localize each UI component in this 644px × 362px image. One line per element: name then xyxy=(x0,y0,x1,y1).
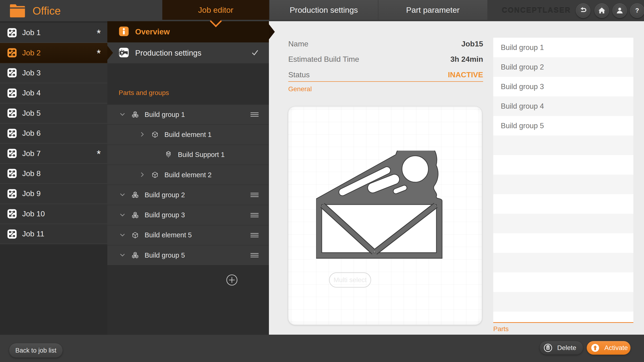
parts-list-empty-row[interactable] xyxy=(493,253,634,273)
job-label: Job 9 xyxy=(22,189,107,198)
parts-list-empty-row[interactable] xyxy=(493,273,634,292)
tab-production-settings[interactable]: Production settings xyxy=(107,42,269,64)
field-label: Status xyxy=(288,70,448,79)
sidebar-item-job-11[interactable]: Job 11 xyxy=(0,224,107,244)
overview-content: Name Job15 Estimated Build Time 3h 24min… xyxy=(269,21,644,335)
build-element-icon xyxy=(130,231,140,240)
sidebar-item-job-10[interactable]: Job 10 xyxy=(0,204,107,224)
selected-section-arrow xyxy=(269,24,275,39)
tree-item-label: Build element 2 xyxy=(164,171,269,179)
sidebar-item-job-2[interactable]: Job 2* xyxy=(0,43,107,63)
help-button[interactable]: ? xyxy=(630,3,644,18)
parts-list-empty-row[interactable] xyxy=(493,312,634,322)
parts-list-item-build-group-1[interactable]: Build group 1 xyxy=(493,38,634,57)
tab-production-settings-top[interactable]: Production settings xyxy=(270,0,378,20)
activate-button[interactable]: Activate xyxy=(587,341,630,355)
field-estimated-build-time: Estimated Build Time 3h 24min xyxy=(288,52,483,67)
parts-list-empty-row[interactable] xyxy=(493,175,634,194)
chevron-right-icon[interactable] xyxy=(139,131,146,138)
chevron-down-icon[interactable] xyxy=(119,111,126,118)
chevron-down-icon[interactable] xyxy=(119,191,126,198)
job-icon xyxy=(7,229,17,239)
parts-list-empty-row[interactable] xyxy=(493,292,634,312)
sidebar-item-job-6[interactable]: Job 6 xyxy=(0,123,107,144)
job-icon xyxy=(7,148,17,158)
parts-list-empty-row[interactable] xyxy=(493,155,634,175)
field-label: Estimated Build Time xyxy=(288,55,450,64)
drag-handle-icon[interactable] xyxy=(250,212,259,218)
chevron-down-icon[interactable] xyxy=(119,212,126,219)
drag-handle-icon[interactable] xyxy=(250,232,259,238)
parts-tree: Build group 1Build element 1Build Suppor… xyxy=(107,105,269,265)
sidebar-item-job-8[interactable]: Job 8 xyxy=(0,164,107,184)
parts-list-item-build-group-5[interactable]: Build group 5 xyxy=(493,116,634,135)
parts-list-item-label: Build group 5 xyxy=(501,122,544,130)
parts-and-groups-label: Parts and groups xyxy=(119,89,169,97)
sidebar-item-job-3[interactable]: Job 3 xyxy=(0,63,107,83)
parts-list-empty-row[interactable] xyxy=(493,214,634,233)
tree-item-build-group-3[interactable]: Build group 3 xyxy=(107,205,269,225)
tab-job-editor-label: Job editor xyxy=(198,5,233,14)
job-list: Job 1*Job 2*Job 3Job 4Job 5Job 6Job 7*Jo… xyxy=(0,23,107,244)
chevron-right-icon[interactable] xyxy=(139,171,146,178)
drag-handle-icon[interactable] xyxy=(250,192,259,198)
multi-select-button[interactable]: Multi select xyxy=(329,273,371,288)
parts-list-empty-row[interactable] xyxy=(493,194,634,214)
general-section-label: General xyxy=(288,85,312,93)
tab-part-parameter[interactable]: Part parameter xyxy=(378,0,487,20)
tree-item-build-group-5[interactable]: Build group 5 xyxy=(107,245,269,265)
build-element-icon xyxy=(150,170,160,180)
brand-logo: CONCEPTLASER xyxy=(491,0,571,20)
field-name: Name Job15 xyxy=(288,36,483,51)
parts-list-item-build-group-3[interactable]: Build group 3 xyxy=(493,77,634,96)
tree-item-build-element-5[interactable]: Build element 5 xyxy=(107,225,269,245)
parts-list-item-build-group-2[interactable]: Build group 2 xyxy=(493,57,634,77)
parts-list-item-build-group-4[interactable]: Build group 4 xyxy=(493,96,634,116)
job-icon xyxy=(7,48,17,58)
sidebar-item-job-1[interactable]: Job 1* xyxy=(0,23,107,43)
tree-item-build-element-2[interactable]: Build element 2 xyxy=(107,165,269,185)
sidebar-item-job-5[interactable]: Job 5 xyxy=(0,103,107,123)
sidebar-item-job-9[interactable]: Job 9 xyxy=(0,184,107,204)
chevron-down-icon[interactable] xyxy=(119,232,126,239)
job-label: Job 8 xyxy=(22,169,107,178)
job-icon xyxy=(7,88,17,98)
back-button-label: Back to job list xyxy=(15,347,56,354)
build-group-icon xyxy=(130,190,140,200)
user-icon xyxy=(616,6,624,14)
tree-item-build-support-1[interactable]: Build Support 1 xyxy=(107,145,269,165)
parts-list-empty-row[interactable] xyxy=(493,135,634,155)
sidebar-item-job-7[interactable]: Job 7* xyxy=(0,144,107,164)
build-group-icon xyxy=(130,210,140,220)
app-logo: Office xyxy=(9,2,61,20)
tab-overview[interactable]: Overview xyxy=(107,21,269,42)
sidebar-item-job-4[interactable]: Job 4 xyxy=(0,83,107,103)
job-label: Job 10 xyxy=(22,210,107,218)
tab-part-parameter-label: Part parameter xyxy=(406,5,460,14)
job-icon xyxy=(7,209,17,219)
parts-and-groups-section: Parts and groups xyxy=(107,64,269,105)
add-part-button[interactable] xyxy=(226,274,238,286)
page-title: Office xyxy=(32,4,61,17)
undo-button[interactable] xyxy=(576,3,590,18)
selected-job-arrow xyxy=(107,46,113,60)
tree-item-build-group-2[interactable]: Build group 2 xyxy=(107,185,269,205)
part-preview-canvas xyxy=(288,106,482,325)
drag-handle-icon[interactable] xyxy=(250,112,259,117)
back-to-job-list-button[interactable]: Back to job list xyxy=(9,343,63,358)
delete-button[interactable]: Delete xyxy=(540,341,583,355)
tree-item-build-group-1[interactable]: Build group 1 xyxy=(107,105,269,125)
tree-item-build-element-1[interactable]: Build element 1 xyxy=(107,125,269,145)
job-icon xyxy=(7,28,17,38)
user-button[interactable] xyxy=(612,3,627,18)
tree-item-label: Build Support 1 xyxy=(178,151,269,159)
help-icon: ? xyxy=(633,6,641,14)
chevron-down-icon[interactable] xyxy=(119,252,126,259)
parts-list-empty-row[interactable] xyxy=(493,233,634,253)
drag-handle-icon[interactable] xyxy=(250,252,259,258)
job-editor-panel: Overview Production settings xyxy=(107,21,269,335)
plus-icon xyxy=(226,274,238,286)
undo-icon xyxy=(579,6,587,14)
field-value: Job15 xyxy=(462,39,483,48)
home-button[interactable] xyxy=(594,3,609,18)
